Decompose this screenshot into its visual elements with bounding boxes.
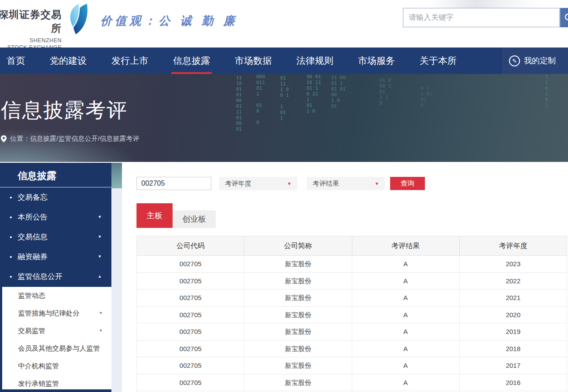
evaluation-result-select[interactable]: 考评结果 ▼ [307,177,385,190]
location-pin-icon [1,135,7,143]
table-row[interactable]: 002705新宝股份A2023 [136,256,567,273]
tab-main-board[interactable]: 主板 [136,203,173,228]
pencil-circle-icon: ✎ [509,55,520,66]
down-arrow-icon: ▼ [99,322,103,340]
sidebar-item[interactable]: 交易信息▼ [0,227,111,247]
table-cell: 002705 [136,357,244,374]
hero-banner: 11 10 01 01 00 01 11 01 00 01000 011 01 … [0,74,568,162]
sidebar-submenu: 监管动态监管措施与纪律处分▼交易监管▼会员及其他交易参与人监管中介机构监管发行承… [0,287,111,389]
table-cell: A [352,323,459,340]
layout-gap-strip [111,163,122,392]
evaluation-result-label: 考评结果 [307,180,339,188]
sidebar-item[interactable]: 监管信息公开▲ [0,267,111,286]
nav-item[interactable]: 发行上市 [111,48,148,74]
up-arrow-icon: ▲ [98,267,102,286]
breadcrumb-text: 位置：信息披露/监管信息公开/信息披露考评 [10,135,139,143]
table-cell: A [352,256,459,272]
table-cell: A [352,341,459,357]
tab-gem-board[interactable]: 创业板 [173,210,216,228]
nav-item[interactable]: 党的建设 [50,48,87,74]
table-cell: 002705 [136,289,244,306]
page-title: 信息披露考评 [1,97,128,124]
table-cell: 新宝股份 [244,289,351,306]
table-cell: 002705 [136,256,244,272]
sidebar-menu: 交易备忘本所公告▼交易信息▼融资融券▼监管信息公开▲ [0,187,111,286]
table-cell: 002705 [136,323,244,340]
sidebar-subitem[interactable]: 监管动态 [2,287,111,304]
logo-text: 深圳证券交易所 SHENZHEN STOCK EXCHANGE [0,8,62,51]
sidebar-subitem[interactable]: 会员及其他交易参与人监管 [2,340,111,357]
main-panel: 考评年度 ▼ 考评结果 ▼ 查询 主板创业板 公司代码公司简称考评结果考评年度 … [122,162,568,392]
binary-column: 90 01 10 11 01 1 0 11 1 01 1 0 [306,74,321,114]
top-header: 深圳证券交易所 SHENZHEN STOCK EXCHANGE 价值观：公 诚 … [0,0,568,48]
sidebar-subitem[interactable]: 交易监管▼ [2,322,111,340]
table-cell: 新宝股份 [244,341,351,357]
sidebar-subitem[interactable]: 发行承销监管 [2,375,111,389]
evaluation-table: 公司代码公司简称考评结果考评年度 002705新宝股份A2023002705新宝… [136,236,567,392]
site-search-input[interactable] [403,8,559,27]
table-cell: A [352,289,459,306]
nav-item[interactable]: 市场数据 [235,48,272,74]
binary-column: 01 0 00 1 01 1 1 0 [380,77,391,106]
table-row[interactable]: 002705新宝股份A2020 [136,307,567,324]
nav-item[interactable]: 关于本所 [420,48,457,74]
sidebar-item[interactable]: 交易备忘 [0,187,111,207]
values-slogan: 价值观：公 诚 勤 廉 [100,13,238,29]
site-search-button[interactable] [560,8,568,27]
table-cell: 002705 [136,273,244,289]
sidebar-subitem[interactable]: 监管措施与纪律处分▼ [2,304,111,322]
nav-item[interactable]: 市场服务 [358,48,395,74]
sidebar: 信息披露 交易备忘本所公告▼交易信息▼融资融券▼监管信息公开▲ [0,163,111,287]
table-header-cell: 考评结果 [352,236,459,255]
table-cell: 新宝股份 [244,357,351,374]
table-cell: 2021 [459,289,567,306]
page: 深圳证券交易所 SHENZHEN STOCK EXCHANGE 价值观：公 诚 … [0,0,568,392]
binary-column: 000 011 01 1 01 0 0 [256,74,265,125]
my-customization-button[interactable]: ✎ 我的定制 [502,48,568,74]
breadcrumb: 位置：信息披露/监管信息公开/信息披露考评 [1,135,139,143]
table-header-cell: 公司简称 [244,236,351,255]
table-cell: 新宝股份 [244,307,351,323]
binary-column: 0 1 1 01 01 0 [420,85,432,108]
nav-item[interactable]: 信息披露 [173,48,210,74]
sidebar-item[interactable]: 融资融券▼ [0,247,111,267]
company-code-input[interactable] [136,177,211,190]
down-arrow-icon: ▼ [98,227,102,247]
down-arrow-icon: ▼ [98,207,102,227]
binary-column: 1 1 0 1 0 1 [545,74,548,108]
binary-column: 11 00 01 1 01 01 00 1 0 01 [331,75,346,109]
chevron-down-icon: ▼ [375,181,379,186]
table-cell: 2018 [459,341,567,357]
down-arrow-icon: ▼ [99,304,103,322]
table-cell: A [352,273,459,289]
query-button[interactable]: 查询 [390,177,425,190]
table-cell: 2016 [459,374,567,391]
table-cell: 2019 [459,323,567,340]
down-arrow-icon: ▼ [98,247,102,267]
chevron-down-icon: ▼ [287,181,291,186]
nav-item[interactable]: 首页 [7,48,25,74]
sidebar-subitem[interactable]: 中介机构监管 [2,357,111,375]
table-row[interactable]: 002705新宝股份A2022 [136,273,567,290]
banner-remnant-decor [111,163,122,188]
site-search-box [403,8,560,27]
table-cell: 2017 [459,357,567,374]
evaluation-year-select[interactable]: 考评年度 ▼ [219,177,297,190]
table-cell: 2023 [459,256,567,272]
table-cell: 002705 [136,374,244,391]
table-cell: A [352,307,459,323]
table-row[interactable]: 002705新宝股份A2016 [136,374,567,392]
table-cell: 新宝股份 [244,374,351,391]
content-area: 信息披露 交易备忘本所公告▼交易信息▼融资融券▼监管信息公开▲ 监管动态监管措施… [0,162,568,392]
nav-item[interactable]: 法律规则 [296,48,333,74]
sidebar-next-section-edge [0,389,111,392]
sidebar-title: 信息披露 [0,163,111,187]
sidebar-item[interactable]: 本所公告▼ [0,207,111,227]
table-row[interactable]: 002705新宝股份A2021 [136,289,567,307]
table-row[interactable]: 002705新宝股份A2018 [136,341,567,358]
table-row[interactable]: 002705新宝股份A2019 [136,323,567,341]
table-cell: 新宝股份 [244,323,351,340]
table-cell: 新宝股份 [244,273,351,289]
table-row[interactable]: 002705新宝股份A2017 [136,357,567,374]
table-cell: 新宝股份 [244,256,351,272]
